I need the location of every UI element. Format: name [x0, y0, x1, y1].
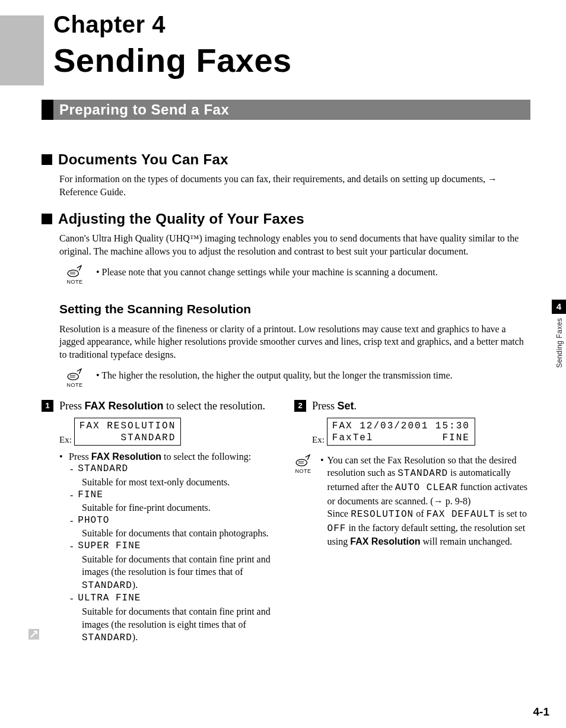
step-columns: 1 Press FAX Resolution to select the res…	[42, 399, 530, 645]
subsection-title: Adjusting the Quality of Your Faxes	[58, 209, 304, 228]
option-desc: Suitable for documents that contain fine…	[82, 553, 278, 593]
chapter-tab: 4	[552, 300, 566, 314]
option-desc: Suitable for documents that contain phot…	[82, 527, 278, 540]
subsection-heading: Adjusting the Quality of Your Faxes	[42, 209, 530, 228]
svg-point-3	[68, 374, 78, 380]
step-heading: 2 Press Set.	[294, 399, 530, 413]
option-name: ULTRA FINE	[78, 592, 141, 605]
note-icon: NOTE	[63, 368, 87, 389]
subsection-heading: Documents You Can Fax	[42, 150, 530, 169]
option-name: STANDARD	[78, 463, 128, 476]
option-desc: Suitable for most text-only documents.	[82, 476, 278, 489]
step-number-badge: 1	[42, 400, 53, 412]
section-bar-bullet	[42, 100, 53, 120]
option: -PHOTO	[70, 514, 278, 527]
note-row: NOTE • The higher the resolution, the hi…	[63, 368, 530, 389]
note-icon: NOTE	[294, 454, 312, 475]
chapter-title: Sending Faxes	[53, 38, 530, 83]
key-name: FAX Resolution	[85, 400, 164, 412]
lcd-line1: FAX RESOLUTION	[80, 421, 176, 431]
step-number-badge: 2	[294, 400, 306, 412]
section-bar: Preparing to Send a Fax	[42, 100, 530, 120]
note-label: NOTE	[66, 278, 82, 285]
option: -STANDARD	[70, 463, 278, 476]
option: -ULTRA FINE	[70, 592, 278, 605]
note-body: • You can set the Fax Resolution so that…	[320, 454, 530, 548]
option-name: PHOTO	[78, 514, 109, 527]
option-list: -STANDARD Suitable for most text-only do…	[70, 463, 278, 644]
section-bar-title: Preparing to Send a Fax	[59, 100, 229, 119]
step-text: Press Set.	[312, 399, 357, 413]
external-link-icon[interactable]	[28, 629, 39, 640]
note-text-content: The higher the resolution, the higher th…	[101, 370, 452, 380]
note-text-content: Please note that you cannot change setti…	[102, 267, 438, 277]
key-name: Set	[338, 400, 354, 412]
sub-subsection-title: Setting the Scanning Resolution	[59, 301, 530, 317]
lcd-line1: FAX 12/03/2001 15:30	[332, 421, 470, 431]
step-text: Press FAX Resolution to select the resol…	[59, 399, 265, 413]
option-desc: Suitable for documents that contain fine…	[82, 605, 278, 645]
chapter-number: Chapter 4	[53, 8, 530, 40]
lcd-example: Ex: FAX 12/03/2001 15:30 FaxTel FINE	[312, 418, 530, 446]
body-paragraph: Canon's Ultra High Quality (UHQ™) imagin…	[59, 232, 530, 257]
page-number: 4-1	[533, 704, 549, 720]
note-label: NOTE	[295, 468, 311, 475]
lcd-line2: STANDARD	[80, 432, 176, 444]
subsection-title: Documents You Can Fax	[58, 150, 228, 169]
example-label: Ex:	[312, 434, 325, 446]
note-row: NOTE • Please note that you cannot chang…	[63, 265, 530, 285]
square-bullet-icon	[42, 214, 52, 224]
note-icon: NOTE	[63, 265, 87, 285]
note-row: NOTE • You can set the Fax Resolution so…	[294, 454, 530, 548]
svg-point-6	[296, 459, 307, 466]
note-label: NOTE	[66, 382, 82, 389]
option-name: SUPER FINE	[78, 540, 141, 553]
body-paragraph: For information on the types of document…	[59, 173, 530, 198]
option-desc: Suitable for fine-print documents.	[82, 501, 278, 514]
page-content: Documents You Can Fax For information on…	[42, 139, 530, 645]
header-gray-block	[0, 15, 44, 85]
list-item: • Press FAX Resolution to select the fol…	[59, 450, 278, 463]
note-text: • The higher the resolution, the higher …	[96, 368, 453, 382]
chapter-heading: Chapter 4 Sending Faxes	[53, 8, 530, 83]
option: -FINE	[70, 489, 278, 502]
lcd-display: FAX 12/03/2001 15:30 FaxTel FINE	[327, 418, 475, 446]
step-2-column: 2 Press Set. Ex: FAX 12/03/2001 15:30 Fa…	[294, 399, 530, 645]
body-paragraph: Resolution is a measure of the fineness …	[59, 323, 530, 361]
svg-point-0	[68, 270, 78, 276]
key-name: FAX Resolution	[91, 452, 161, 462]
step-1-column: 1 Press FAX Resolution to select the res…	[42, 399, 278, 645]
key-name: FAX Resolution	[350, 536, 420, 546]
lcd-line2: FaxTel FINE	[332, 433, 470, 443]
step-heading: 1 Press FAX Resolution to select the res…	[42, 399, 278, 413]
lcd-display: FAX RESOLUTION STANDARD	[74, 418, 181, 446]
option-name: FINE	[78, 489, 103, 502]
square-bullet-icon	[42, 154, 52, 165]
lcd-example: Ex: FAX RESOLUTION STANDARD	[59, 418, 278, 446]
example-label: Ex:	[59, 434, 72, 446]
option: -SUPER FINE	[70, 540, 278, 553]
chapter-tab-label: Sending Faxes	[555, 318, 564, 368]
section-bar-strip: Preparing to Send a Fax	[53, 100, 530, 120]
note-text: • Please note that you cannot change set…	[96, 265, 438, 279]
bullet-list: • Press FAX Resolution to select the fol…	[59, 450, 278, 645]
